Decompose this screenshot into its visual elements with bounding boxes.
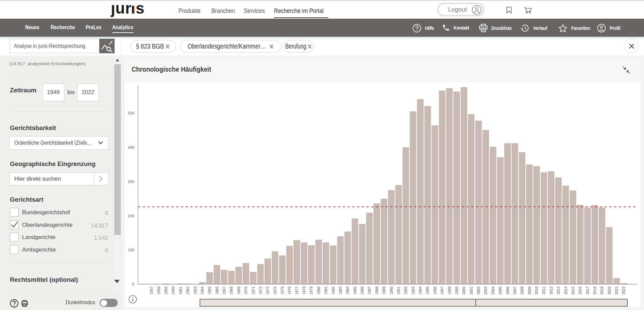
svg-text:1991: 1991 bbox=[396, 287, 401, 295]
svg-text:1989: 1989 bbox=[382, 287, 386, 295]
svg-text:1960: 1960 bbox=[171, 287, 175, 295]
svg-text:1994: 1994 bbox=[418, 287, 422, 295]
svg-text:1998: 1998 bbox=[447, 287, 452, 295]
svg-text:1970: 1970 bbox=[244, 287, 248, 295]
svg-text:1981: 1981 bbox=[324, 287, 328, 295]
svg-text:1974: 1974 bbox=[273, 287, 277, 295]
svg-text:1963: 1963 bbox=[193, 287, 197, 295]
svg-text:1972: 1972 bbox=[258, 287, 262, 295]
svg-text:1961: 1961 bbox=[179, 287, 183, 295]
svg-text:400: 400 bbox=[128, 145, 134, 149]
svg-text:1964: 1964 bbox=[200, 287, 204, 295]
svg-text:2020: 2020 bbox=[607, 287, 611, 295]
svg-text:2014: 2014 bbox=[564, 287, 568, 295]
svg-text:2003: 2003 bbox=[484, 287, 488, 295]
svg-text:2013: 2013 bbox=[556, 287, 560, 295]
svg-text:2000: 2000 bbox=[462, 287, 466, 295]
svg-text:2005: 2005 bbox=[498, 287, 502, 295]
svg-text:100: 100 bbox=[128, 248, 134, 252]
svg-text:300: 300 bbox=[128, 180, 134, 184]
svg-text:1967: 1967 bbox=[222, 287, 226, 295]
svg-text:2019: 2019 bbox=[600, 287, 604, 295]
svg-text:2021: 2021 bbox=[614, 287, 618, 295]
svg-text:1999: 1999 bbox=[455, 287, 459, 295]
svg-text:1986: 1986 bbox=[360, 287, 364, 295]
svg-text:1958: 1958 bbox=[157, 287, 161, 295]
svg-text:2018: 2018 bbox=[593, 287, 597, 295]
svg-text:1992: 1992 bbox=[404, 287, 408, 295]
svg-text:1979: 1979 bbox=[309, 287, 313, 295]
svg-text:1993: 1993 bbox=[411, 287, 415, 295]
svg-text:1973: 1973 bbox=[266, 287, 270, 295]
svg-text:2004: 2004 bbox=[491, 287, 495, 295]
svg-text:1984: 1984 bbox=[345, 287, 350, 295]
svg-text:1962: 1962 bbox=[186, 287, 190, 295]
svg-text:2022: 2022 bbox=[622, 287, 626, 295]
svg-text:2017: 2017 bbox=[586, 287, 590, 295]
svg-text:2010: 2010 bbox=[535, 287, 539, 295]
svg-text:2009: 2009 bbox=[527, 287, 531, 295]
svg-text:2006: 2006 bbox=[506, 287, 510, 295]
svg-text:1990: 1990 bbox=[389, 287, 393, 295]
svg-text:2012: 2012 bbox=[549, 287, 553, 295]
svg-text:1982: 1982 bbox=[331, 287, 335, 295]
svg-text:2016: 2016 bbox=[578, 287, 582, 295]
svg-text:2008: 2008 bbox=[520, 287, 524, 295]
svg-text:1959: 1959 bbox=[164, 287, 168, 295]
svg-text:1965: 1965 bbox=[207, 287, 211, 295]
svg-text:1977: 1977 bbox=[295, 287, 299, 295]
svg-text:2002: 2002 bbox=[476, 287, 480, 295]
svg-text:1966: 1966 bbox=[215, 287, 219, 295]
svg-text:1996: 1996 bbox=[433, 287, 437, 295]
svg-text:2011: 2011 bbox=[542, 287, 546, 294]
svg-text:1969: 1969 bbox=[237, 287, 241, 295]
svg-text:2001: 2001 bbox=[469, 287, 473, 295]
svg-text:0: 0 bbox=[132, 282, 134, 286]
svg-text:1983: 1983 bbox=[338, 287, 342, 295]
svg-text:1976: 1976 bbox=[287, 287, 291, 295]
svg-text:2015: 2015 bbox=[571, 287, 575, 295]
svg-text:1995: 1995 bbox=[425, 287, 429, 295]
svg-text:1988: 1988 bbox=[375, 287, 379, 295]
svg-text:2007: 2007 bbox=[513, 287, 517, 295]
svg-text:1985: 1985 bbox=[353, 287, 357, 295]
svg-text:1971: 1971 bbox=[251, 287, 255, 295]
svg-text:1968: 1968 bbox=[229, 287, 233, 295]
svg-text:200: 200 bbox=[128, 214, 134, 218]
svg-text:1987: 1987 bbox=[367, 287, 371, 295]
svg-text:1997: 1997 bbox=[440, 287, 444, 295]
svg-text:1978: 1978 bbox=[302, 287, 306, 295]
svg-text:500: 500 bbox=[128, 111, 134, 115]
svg-text:1975: 1975 bbox=[280, 287, 284, 295]
svg-text:1957: 1957 bbox=[149, 287, 153, 295]
svg-text:1980: 1980 bbox=[317, 287, 321, 295]
